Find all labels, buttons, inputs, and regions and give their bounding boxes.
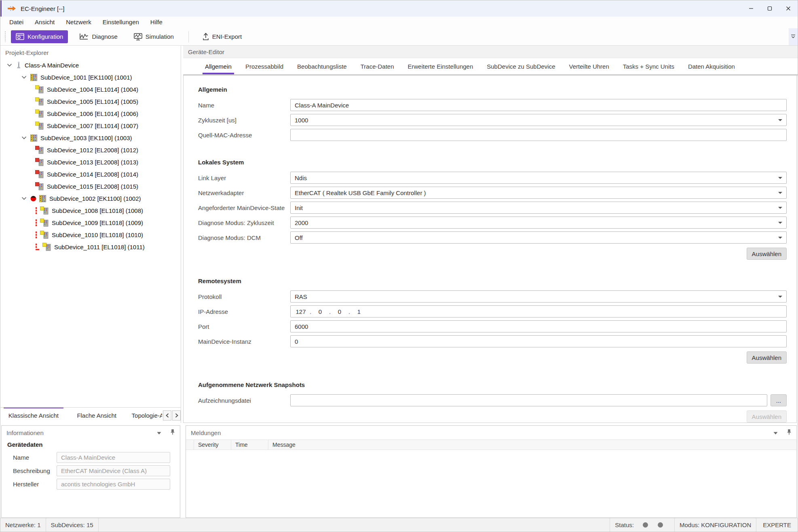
pin-icon[interactable] xyxy=(170,429,175,437)
tree-item-subdevice-1012[interactable]: SubDevice_1012 [EL2008] (1012) xyxy=(0,144,181,156)
expander-chevron-icon[interactable] xyxy=(7,63,12,67)
menu-item-ansicht[interactable]: Ansicht xyxy=(29,17,60,28)
tree-item-subdevice-1006[interactable]: SubDevice_1006 [EL1014] (1006) xyxy=(0,107,181,120)
column-header-message[interactable]: Message xyxy=(268,440,796,450)
tree-item-subdevice-1008[interactable]: SubDevice_1008 [EL1018] (1008) xyxy=(0,204,181,217)
section-action-row: Auswählen xyxy=(198,410,787,423)
konfiguration-button[interactable]: Konfiguration xyxy=(11,30,68,43)
scroll-right-button[interactable] xyxy=(172,410,181,421)
chevron-right-icon xyxy=(175,413,178,418)
protokoll-select[interactable]: RAS xyxy=(290,290,787,303)
quell-mac-adresse-input[interactable] xyxy=(290,129,787,141)
menu-item-datei[interactable]: Datei xyxy=(4,17,29,28)
eni-export-button[interactable]: ENI-Export xyxy=(198,30,247,43)
minimize-button[interactable] xyxy=(742,0,760,17)
tree-item-subdevice-1001[interactable]: SubDevice_1001 [EK1100] (1001) xyxy=(0,71,181,83)
terminal-yellow-icon xyxy=(42,243,51,251)
toolbar-overflow-button[interactable] xyxy=(789,28,798,45)
tree-item-subdevice-1014[interactable]: SubDevice_1014 [EL2008] (1014) xyxy=(0,168,181,180)
menu-item-netzwerk[interactable]: Netzwerk xyxy=(60,17,97,28)
expander-slot[interactable] xyxy=(6,63,13,67)
info-value: acontis technologies GmbH xyxy=(57,479,170,490)
expander-chevron-icon[interactable] xyxy=(21,136,27,139)
menu-item-hilfe[interactable]: Hilfe xyxy=(145,17,168,28)
column-header-time[interactable]: Time xyxy=(231,440,268,450)
close-button[interactable] xyxy=(779,0,798,17)
ip-octet[interactable]: 0 xyxy=(334,308,346,315)
tree-item-subdevice-1013[interactable]: SubDevice_1013 [EL2008] (1013) xyxy=(0,156,181,168)
tree-item-label: SubDevice_1003 [EK1100] (1003) xyxy=(40,135,132,141)
expander-chevron-icon[interactable] xyxy=(21,76,27,79)
tree-item-class-a[interactable]: Class-A MainDevice xyxy=(0,59,181,71)
angeforderter-maindevice-state-select[interactable]: Init xyxy=(290,202,787,214)
tree-item-subdevice-1009[interactable]: SubDevice_1009 [EL1018] (1009) xyxy=(0,217,181,229)
toolbar-button-label: Diagnose xyxy=(92,33,117,40)
view-tab-topologie-ans[interactable]: Topologie-Ans xyxy=(127,408,162,423)
info-row-beschreibung: BeschreibungEtherCAT MainDevice (Class A… xyxy=(7,465,180,476)
toolbar-grip-handle[interactable] xyxy=(4,32,6,42)
tree-item-subdevice-1007[interactable]: SubDevice_1007 [EL1014] (1007) xyxy=(0,120,181,132)
tab-allgemein[interactable]: Allgemein xyxy=(205,58,232,74)
ausw-hlen-button[interactable]: Auswählen xyxy=(747,248,787,260)
ip-octet[interactable]: 0 xyxy=(314,308,326,315)
tab-erweiterte-einstellungen[interactable]: Erweiterte Einstellungen xyxy=(408,58,473,74)
simulation-button[interactable]: Simulation xyxy=(129,30,179,43)
ip-octet[interactable]: 1 xyxy=(353,308,365,315)
status-dot xyxy=(643,522,648,528)
statusbar-status: Status: xyxy=(610,518,674,532)
browse-button[interactable]: ... xyxy=(771,394,787,406)
caret-down-icon[interactable] xyxy=(157,429,161,436)
netzwerkadapter-select[interactable]: EtherCAT ( Realtek USB GbE Family Contro… xyxy=(290,187,787,199)
tab-subdevice-zu-subdevice[interactable]: SubDevice zu SubDevice xyxy=(487,58,555,74)
browse-field-row: ... xyxy=(290,394,787,406)
terminal-yellow-icon xyxy=(35,97,44,105)
name-input[interactable]: Class-A MainDevice xyxy=(290,99,787,111)
ip-adresse-input[interactable]: 127.0.0.1 xyxy=(290,305,787,318)
aufzeichnungsdatei-input[interactable] xyxy=(290,394,767,406)
tree-item-label: SubDevice_1006 [EL1014] (1006) xyxy=(47,110,138,117)
project-explorer-title: Projekt-Explorer xyxy=(0,46,181,58)
scroll-left-button[interactable] xyxy=(163,410,171,421)
tab-verteilte-uhren[interactable]: Verteilte Uhren xyxy=(569,58,609,74)
tab-beobachtungsliste[interactable]: Beobachtungsliste xyxy=(297,58,347,74)
tab-trace-daten[interactable]: Trace-Daten xyxy=(361,58,394,74)
tree-item-label: SubDevice_1009 [EL1018] (1009) xyxy=(52,219,143,226)
tree-item-label: SubDevice_1005 [EL1014] (1005) xyxy=(47,98,138,105)
select-value: 2000 xyxy=(295,219,308,226)
ausw-hlen-button[interactable]: Auswählen xyxy=(747,351,787,364)
caret-down-icon[interactable] xyxy=(773,429,778,436)
diagnose-modus-zykluszeit-select[interactable]: 2000 xyxy=(290,217,787,229)
tree-item-subdevice-1010[interactable]: SubDevice_1010 [EL1018] (1010) xyxy=(0,229,181,241)
tree-item-subdevice-1004[interactable]: SubDevice_1004 [EL1014] (1004) xyxy=(0,83,181,95)
maximize-button[interactable] xyxy=(760,0,779,17)
field-label: Zykluszeit [us] xyxy=(198,117,290,124)
diagnose-modus-dcm-select[interactable]: Off xyxy=(290,231,787,244)
tab-daten-akquisition[interactable]: Daten Akquisition xyxy=(688,58,735,74)
tree-item-subdevice-1011[interactable]: SubDevice_1011 [EL1018] (1011) xyxy=(0,241,181,253)
red-dashes-icon xyxy=(35,231,37,239)
zykluszeit-us-select[interactable]: 1000 xyxy=(290,114,787,126)
toolbar-button-label: Konfiguration xyxy=(27,33,63,40)
tree-item-subdevice-1002[interactable]: SubDevice_1002 [EK1100] (1002) xyxy=(0,192,181,204)
maindevice-instanz-input[interactable]: 0 xyxy=(290,335,787,347)
view-tab-flache-ansicht[interactable]: Flache Ansicht xyxy=(67,408,127,423)
expander-slot[interactable] xyxy=(21,76,27,79)
link-layer-select[interactable]: Ndis xyxy=(290,172,787,184)
expander-slot[interactable] xyxy=(21,197,27,200)
menu-item-einstellungen[interactable]: Einstellungen xyxy=(97,17,145,28)
form-row-port: Port6000 xyxy=(198,320,787,332)
tree-item-subdevice-1005[interactable]: SubDevice_1005 [EL1014] (1005) xyxy=(0,95,181,107)
tree-item-subdevice-1015[interactable]: SubDevice_1015 [EL2008] (1015) xyxy=(0,180,181,192)
view-tab-klassische-ansicht[interactable]: Klassische Ansicht xyxy=(0,408,67,423)
diagnose-button[interactable]: Diagnose xyxy=(74,30,122,43)
tree-item-subdevice-1003[interactable]: SubDevice_1003 [EK1100] (1003) xyxy=(0,132,181,144)
expander-slot[interactable] xyxy=(21,136,27,139)
ip-octet[interactable]: 127 xyxy=(295,308,307,315)
column-header-severity[interactable]: Severity xyxy=(194,440,231,450)
tab-tasks-sync-units[interactable]: Tasks + Sync Units xyxy=(623,58,674,74)
ek1100-coupler-icon xyxy=(30,74,37,81)
tab-prozessabbild[interactable]: Prozessabbild xyxy=(245,58,283,74)
port-input[interactable]: 6000 xyxy=(290,320,787,332)
expander-chevron-icon[interactable] xyxy=(21,197,27,200)
pin-icon[interactable] xyxy=(787,429,792,437)
